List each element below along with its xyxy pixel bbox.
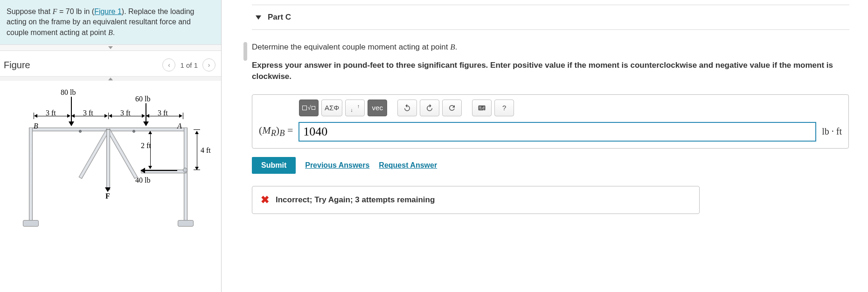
dim-label: 4 ft <box>201 146 211 155</box>
greek-button[interactable]: ΑΣΦ <box>321 100 342 116</box>
column-right <box>184 128 187 221</box>
answer-area: √ ΑΣΦ ↓ ↑ vec ? (MR)B = lb · ft <box>252 94 849 149</box>
chevron-down-icon <box>256 15 261 20</box>
right-panel: Part C Determine the equivalent couple m… <box>252 0 868 292</box>
figure-scroll-up[interactable] <box>0 76 221 81</box>
load-label: 80 lb <box>61 88 76 97</box>
point-b: B <box>34 122 38 130</box>
figure-title: Figure <box>4 60 30 71</box>
dim-label: 3 ft <box>158 109 168 117</box>
problem-text: Suppose that <box>7 7 53 15</box>
chevron-down-icon <box>108 46 113 49</box>
brace-right <box>107 128 138 179</box>
point-a: A <box>177 122 182 130</box>
previous-answers-link[interactable]: Previous Answers <box>305 161 369 170</box>
base-left <box>23 220 39 227</box>
answer-input[interactable] <box>299 122 816 142</box>
answer-row: (MR)B = lb · ft <box>259 122 842 142</box>
part-prompt: Determine the equivalent couple moment a… <box>252 42 849 52</box>
answer-label: (MR)B = <box>259 124 293 138</box>
help-button[interactable]: ? <box>494 100 514 116</box>
undo-button[interactable] <box>397 100 417 116</box>
load-label: 40 lb <box>135 176 150 185</box>
frame-diagram: 3 ft 3 ft 3 ft 3 ft 80 lb <box>10 85 211 240</box>
variable-f: F <box>53 7 57 15</box>
figure-header: Figure ‹ 1 of 1 › <box>0 51 221 76</box>
x-icon: ✖ <box>261 194 269 206</box>
scroll-divider <box>222 0 252 292</box>
figure-next-button[interactable]: › <box>202 58 215 71</box>
formula-toolbar: √ ΑΣΦ ↓ ↑ vec ? <box>259 100 842 116</box>
problem-statement: Suppose that F = 70 lb in (Figure 1). Re… <box>0 0 221 44</box>
figure-body: 3 ft 3 ft 3 ft 3 ft 80 lb <box>0 81 221 292</box>
dim-label: 3 ft <box>120 109 131 117</box>
submit-button[interactable]: Submit <box>252 157 296 174</box>
answer-units: lb · ft <box>822 126 842 137</box>
force-f-label: F <box>105 192 110 200</box>
figure-counter: 1 of 1 <box>180 61 198 69</box>
figure-link[interactable]: Figure 1 <box>94 7 122 15</box>
collapse-handle[interactable] <box>0 44 221 51</box>
feedback-message: Incorrect; Try Again; 3 attempts remaini… <box>276 195 435 205</box>
scrollbar-thumb[interactable] <box>243 42 247 61</box>
request-answer-link[interactable]: Request Answer <box>379 161 437 170</box>
submit-row: Submit Previous Answers Request Answer <box>252 157 849 174</box>
dim-label: 3 ft <box>83 109 93 117</box>
templates-button[interactable]: √ <box>299 100 319 116</box>
keyboard-button[interactable] <box>472 100 492 116</box>
load-arrow-60 <box>146 103 146 126</box>
brace-left <box>79 128 110 179</box>
vec-button[interactable]: vec <box>368 100 387 116</box>
left-panel: Suppose that F = 70 lb in (Figure 1). Re… <box>0 0 222 292</box>
subsup-button[interactable]: ↓ ↑ <box>345 100 365 116</box>
base-right <box>178 220 194 227</box>
load-arrow-40 <box>141 170 177 171</box>
redo-button[interactable] <box>420 100 439 116</box>
feedback-box: ✖ Incorrect; Try Again; 3 attempts remai… <box>252 186 700 214</box>
column-left <box>29 128 33 221</box>
dim-label: 2 ft <box>141 142 151 150</box>
load-label: 60 lb <box>135 95 150 103</box>
part-hint: Express your answer in pound-feet to thr… <box>252 60 849 82</box>
part-title: Part C <box>268 13 291 22</box>
part-header[interactable]: Part C <box>252 5 849 30</box>
figure-nav: ‹ 1 of 1 › <box>162 58 215 71</box>
reset-button[interactable] <box>442 100 462 116</box>
problem-text: = 70 lb in ( <box>57 7 95 15</box>
dim-label: 3 ft <box>46 109 56 117</box>
figure-prev-button[interactable]: ‹ <box>162 58 175 71</box>
load-arrow-80 <box>71 97 72 126</box>
chevron-up-icon <box>108 78 113 80</box>
force-member-f <box>106 129 110 190</box>
variable-b: B <box>108 28 113 36</box>
